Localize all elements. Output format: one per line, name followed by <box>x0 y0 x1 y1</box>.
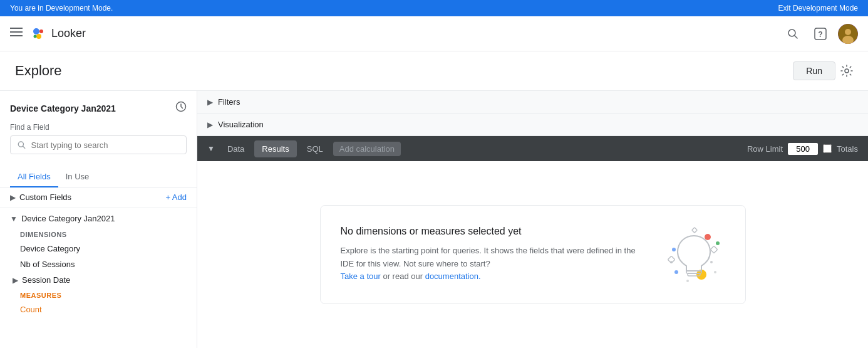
svg-rect-0 <box>10 28 23 29</box>
nav-right: ? <box>783 24 858 44</box>
page-header: Explore Run <box>0 51 868 91</box>
custom-fields-label[interactable]: Custom Fields <box>19 192 71 202</box>
documentation-link[interactable]: documentation. <box>425 272 481 281</box>
empty-state-text: No dimensions or measures selected yet E… <box>341 226 643 283</box>
svg-point-23 <box>710 261 713 263</box>
svg-line-8 <box>795 35 798 38</box>
sidebar-header: Device Category Jan2021 Find a Field <box>0 91 197 159</box>
custom-fields-left: ▶ Custom Fields <box>10 192 71 202</box>
svg-line-17 <box>23 146 24 148</box>
filters-row[interactable]: ▶ Filters <box>197 91 868 113</box>
data-tabs-left: ▼ Data Results SQL Add calculation <box>207 140 401 157</box>
field-item-count[interactable]: Count <box>0 302 197 317</box>
svg-rect-29 <box>710 246 717 253</box>
svg-point-22 <box>674 270 678 274</box>
svg-rect-1 <box>10 31 23 33</box>
right-panel: ▶ Filters ▶ Visualization ▼ Data Results… <box>197 91 868 348</box>
svg-point-12 <box>845 29 851 35</box>
empty-state-card: No dimensions or measures selected yet E… <box>320 205 746 304</box>
model-header[interactable]: ▼ Device Category Jan2021 <box>0 210 197 227</box>
svg-point-14 <box>845 69 849 73</box>
empty-state-title: No dimensions or measures selected yet <box>341 226 643 237</box>
empty-state-doc-separator: or read our <box>383 272 425 281</box>
filters-label: Filters <box>218 97 240 107</box>
svg-point-6 <box>34 34 37 38</box>
search-nav-button[interactable] <box>783 24 803 44</box>
settings-gear-icon[interactable] <box>840 65 853 77</box>
page-title: Explore <box>15 63 62 79</box>
custom-fields-arrow-icon: ▶ <box>10 193 16 202</box>
totals-label: Totals <box>837 144 858 154</box>
nav-left: Looker <box>10 25 86 43</box>
empty-state-lightbulb-illustration <box>663 223 725 286</box>
main-content: Device Category Jan2021 Find a Field <box>0 91 868 348</box>
svg-point-20 <box>672 248 676 251</box>
row-limit-input[interactable] <box>788 143 818 155</box>
tab-in-use[interactable]: In Use <box>58 167 97 187</box>
svg-point-19 <box>716 241 720 245</box>
hamburger-icon[interactable] <box>10 26 23 41</box>
sidebar-fields: ▶ Custom Fields + Add ▼ Device Category … <box>0 187 197 348</box>
add-calculation-button[interactable]: Add calculation <box>333 142 401 156</box>
tab-data[interactable]: Data <box>220 140 252 157</box>
model-title-text: Device Category Jan2021 <box>10 103 116 113</box>
row-limit-label: Row Limit <box>747 144 783 154</box>
dev-banner-message: You are in Development Mode. <box>10 4 113 13</box>
field-item-session-date[interactable]: ▶ Session Date <box>0 272 197 288</box>
top-nav: Looker ? <box>0 16 868 51</box>
measures-label: MEASURES <box>0 288 197 302</box>
find-field-label: Find a Field <box>10 123 187 132</box>
dev-banner: You are in Development Mode. Exit Develo… <box>0 0 868 16</box>
avatar[interactable] <box>838 24 858 44</box>
session-date-label: Session Date <box>22 275 70 285</box>
tab-all-fields[interactable]: All Fields <box>10 167 58 187</box>
svg-point-5 <box>36 34 41 39</box>
page-header-right: Run <box>793 61 853 80</box>
model-header-label: Device Category Jan2021 <box>21 214 115 223</box>
help-nav-button[interactable]: ? <box>810 24 830 44</box>
field-item-device-category[interactable]: Device Category <box>0 241 197 256</box>
sidebar: Device Category Jan2021 Find a Field <box>0 91 197 348</box>
filters-expand-icon: ▶ <box>207 98 213 107</box>
search-box[interactable] <box>10 135 187 154</box>
search-input[interactable] <box>31 140 180 150</box>
dimensions-label: DIMENSIONS <box>0 227 197 241</box>
run-button[interactable]: Run <box>793 61 835 80</box>
svg-rect-2 <box>10 35 23 36</box>
visualization-label: Visualization <box>218 120 264 129</box>
model-section: ▼ Device Category Jan2021 DIMENSIONS Dev… <box>0 208 197 320</box>
svg-point-18 <box>705 234 711 240</box>
totals-checkbox[interactable] <box>823 144 832 153</box>
custom-fields-row: ▶ Custom Fields + Add <box>0 187 197 208</box>
tab-sql[interactable]: SQL <box>299 140 331 157</box>
logo-text: Looker <box>51 27 86 40</box>
sidebar-model-title: Device Category Jan2021 <box>10 101 187 115</box>
take-a-tour-link[interactable]: Take a tour <box>341 272 381 281</box>
field-tabs: All Fields In Use <box>0 167 197 187</box>
session-date-arrow-icon: ▶ <box>13 276 18 285</box>
search-icon <box>17 140 26 150</box>
empty-state-desc-text: Explore is the starting point for querie… <box>341 246 636 268</box>
data-tabs-right: Row Limit Totals <box>747 143 858 155</box>
svg-point-3 <box>33 28 39 34</box>
empty-state-description: Explore is the starting point for querie… <box>341 245 643 283</box>
visualization-expand-icon: ▶ <box>207 120 213 129</box>
page-layout: Explore Run Device Category Jan2021 <box>0 51 868 348</box>
svg-point-4 <box>39 29 43 33</box>
tab-results[interactable]: Results <box>254 140 296 157</box>
svg-text:?: ? <box>818 30 822 39</box>
visualization-row[interactable]: ▶ Visualization <box>197 113 868 136</box>
model-expand-arrow-icon: ▼ <box>10 214 18 223</box>
svg-point-25 <box>686 280 689 282</box>
data-tabs-bar: ▼ Data Results SQL Add calculation Row L… <box>197 136 868 161</box>
field-item-nb-of-sessions[interactable]: Nb of Sessions <box>0 256 197 272</box>
add-custom-field-button[interactable]: + Add <box>165 192 187 202</box>
empty-state: No dimensions or measures selected yet E… <box>197 161 868 348</box>
svg-point-26 <box>714 271 716 273</box>
svg-rect-31 <box>691 228 696 233</box>
logo[interactable]: Looker <box>30 25 86 43</box>
history-clock-icon[interactable] <box>175 101 187 115</box>
data-tab-arrow-icon: ▼ <box>207 144 215 153</box>
exit-dev-mode-button[interactable]: Exit Development Mode <box>778 4 858 13</box>
